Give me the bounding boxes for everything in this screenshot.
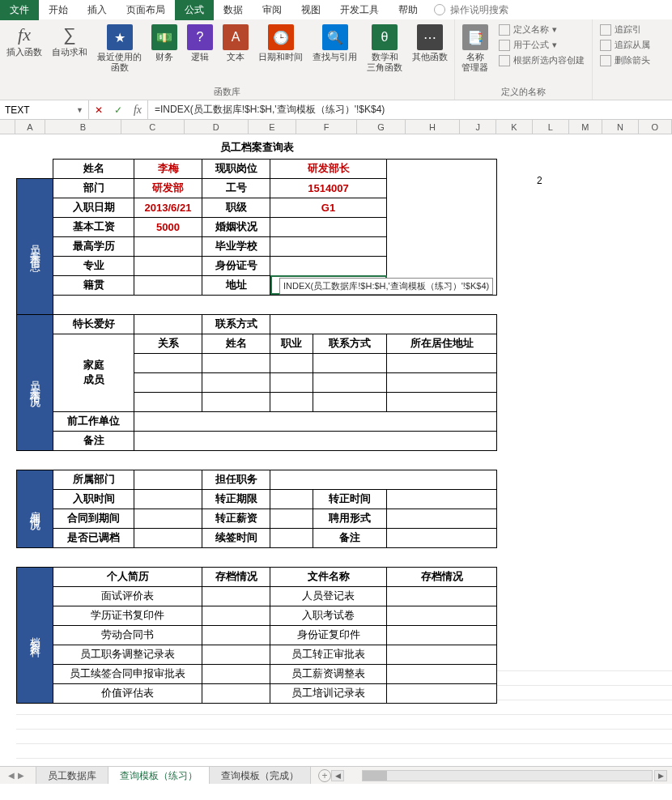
value-native[interactable] bbox=[134, 275, 202, 295]
formula-tooltip: INDEX(员工数据库!$H:$H,'查询模板（练习）'!$K$4) bbox=[279, 278, 493, 295]
theta-icon: θ bbox=[372, 24, 398, 50]
value-major[interactable] bbox=[134, 256, 202, 275]
section-basic-situation: 员工基本情况 bbox=[17, 314, 53, 450]
ribbon-tabs: 文件 开始 插入 页面布局 公式 数据 审阅 视图 开发工具 帮助 操作说明搜索 bbox=[0, 0, 672, 19]
file-contract: 劳动合同书 bbox=[53, 625, 202, 645]
sheet-tab-done[interactable]: 查询模板（完成） bbox=[209, 766, 311, 785]
spreadsheet-grid[interactable]: ABCDEFGHJKLMNO ◀ ▶ 0 2 INDEX(员工数据库!$H:$H… bbox=[0, 120, 672, 784]
tab-review[interactable]: 审阅 bbox=[253, 0, 291, 20]
value-id[interactable]: 1514007 bbox=[270, 178, 387, 198]
define-name-button[interactable]: 定义名称 ▾ bbox=[496, 23, 587, 36]
tab-dev[interactable]: 开发工具 bbox=[330, 0, 389, 20]
chevron-down-icon[interactable]: ▼ bbox=[76, 106, 83, 114]
tell-me[interactable]: 操作说明搜索 bbox=[434, 3, 508, 17]
value-rank[interactable]: G1 bbox=[270, 198, 387, 217]
col-header-C[interactable]: C bbox=[121, 120, 185, 134]
col-header-A[interactable]: A bbox=[15, 120, 45, 134]
column-headers: ABCDEFGHJKLMNO bbox=[0, 120, 672, 134]
trace-dep-button[interactable]: 追踪从属 bbox=[598, 38, 653, 52]
label-hire: 入职日期 bbox=[53, 198, 134, 217]
value-post[interactable]: 研发部长 bbox=[270, 159, 387, 178]
trace-prec-button[interactable]: 追踪引 bbox=[598, 23, 653, 36]
fx-icon: fx bbox=[18, 24, 31, 45]
insert-function-button[interactable]: fx插入函数 bbox=[5, 23, 44, 59]
value-contact[interactable] bbox=[270, 314, 497, 334]
name-box[interactable]: TEXT▼ bbox=[0, 100, 89, 119]
tab-data[interactable]: 数据 bbox=[214, 0, 253, 20]
other-fn-button[interactable]: ⋯其他函数 bbox=[410, 23, 449, 64]
select-all-corner[interactable] bbox=[0, 120, 15, 134]
fx-icon[interactable]: fx bbox=[128, 104, 147, 117]
value-prev[interactable] bbox=[134, 411, 497, 431]
label-post: 现职岗位 bbox=[202, 159, 270, 178]
value-hobby[interactable] bbox=[134, 314, 202, 334]
label-idcard: 身份证号 bbox=[202, 256, 270, 275]
formula-input[interactable] bbox=[148, 100, 672, 119]
col-header-O[interactable]: O bbox=[639, 120, 672, 134]
datetime-button[interactable]: 🕒日期和时间 bbox=[257, 23, 304, 64]
value-salary[interactable]: 5000 bbox=[134, 217, 202, 236]
value-hire[interactable]: 2013/6/21 bbox=[134, 198, 202, 217]
recent-button[interactable]: ★最近使用的 函数 bbox=[96, 23, 143, 74]
label-duty: 担任职务 bbox=[202, 470, 270, 489]
value-edu[interactable] bbox=[134, 236, 202, 256]
col-header-G[interactable]: G bbox=[357, 120, 406, 134]
tab-view[interactable]: 视图 bbox=[291, 0, 330, 20]
value-marital[interactable] bbox=[270, 217, 387, 236]
value-remark[interactable] bbox=[134, 431, 497, 450]
value-school[interactable] bbox=[270, 236, 387, 256]
use-formula-button[interactable]: 用于公式 ▾ bbox=[496, 38, 587, 52]
lookup-button[interactable]: 🔍查找与引用 bbox=[311, 23, 359, 64]
sheet-nav-first[interactable]: ◀ bbox=[8, 771, 15, 780]
col-header-J[interactable]: J bbox=[460, 120, 496, 134]
col-header-M[interactable]: M bbox=[569, 120, 602, 134]
col-header-B[interactable]: B bbox=[45, 120, 121, 134]
value-dept[interactable]: 研发部 bbox=[134, 178, 202, 198]
col-header-D[interactable]: D bbox=[185, 120, 248, 134]
sheet-tab-practice[interactable]: 查询模板（练习） bbox=[108, 766, 210, 784]
form-title: 员工档案查询表 bbox=[17, 136, 497, 159]
tab-file[interactable]: 文件 bbox=[0, 0, 39, 20]
section-basic-info: 员工基本信息 bbox=[17, 178, 53, 314]
col-header-F[interactable]: F bbox=[296, 120, 357, 134]
create-from-sel-button[interactable]: 根据所选内容创建 bbox=[496, 53, 587, 67]
hscroll-thumb[interactable] bbox=[363, 771, 387, 781]
tab-layout[interactable]: 页面布局 bbox=[117, 0, 175, 20]
add-sheet-button[interactable]: + bbox=[318, 769, 331, 782]
col-header-L[interactable]: L bbox=[533, 120, 569, 134]
finance-button[interactable]: 💵财务 bbox=[150, 23, 179, 64]
tab-home[interactable]: 开始 bbox=[39, 0, 78, 20]
hscroll-track[interactable] bbox=[362, 770, 653, 781]
tab-help[interactable]: 帮助 bbox=[389, 0, 427, 20]
remove-arrows-button[interactable]: 删除箭头 bbox=[598, 53, 653, 67]
sheet-tab-data[interactable]: 员工数据库 bbox=[36, 766, 108, 785]
col-header-N[interactable]: N bbox=[602, 120, 639, 134]
value-idcard[interactable] bbox=[270, 256, 387, 275]
autosum-button[interactable]: ∑自动求和 bbox=[50, 23, 89, 59]
cancel-formula-button[interactable]: ✕ bbox=[89, 104, 108, 116]
label-faddr: 所在居住地址 bbox=[387, 334, 497, 353]
math-button[interactable]: θ数学和 三角函数 bbox=[365, 23, 404, 74]
label-archive1: 存档情况 bbox=[202, 567, 270, 586]
logic-button[interactable]: ?逻辑 bbox=[185, 23, 215, 64]
hscroll-right[interactable]: ▶ bbox=[654, 770, 667, 781]
name-manager-button[interactable]: 📑名称 管理器 bbox=[460, 23, 490, 74]
sheet-nav-last[interactable]: ▶ bbox=[18, 771, 24, 780]
file-renew-approve: 员工续签合同申报审批表 bbox=[53, 664, 202, 683]
col-header-K[interactable]: K bbox=[496, 120, 533, 134]
value-name[interactable]: 李梅 bbox=[134, 159, 202, 178]
accept-formula-button[interactable]: ✓ bbox=[108, 104, 128, 116]
tag-icon bbox=[499, 24, 510, 36]
hscroll-left[interactable]: ◀ bbox=[331, 770, 344, 781]
tab-insert[interactable]: 插入 bbox=[78, 0, 117, 20]
cell-k4[interactable]: 2 bbox=[537, 175, 542, 186]
file-value-eval: 价值评估表 bbox=[53, 683, 202, 703]
text-icon: A bbox=[223, 24, 249, 50]
col-header-E[interactable]: E bbox=[249, 120, 297, 134]
text-button[interactable]: A文本 bbox=[221, 23, 250, 64]
col-header-H[interactable]: H bbox=[406, 120, 460, 134]
tab-formula[interactable]: 公式 bbox=[175, 0, 214, 20]
label-family: 家庭 成员 bbox=[53, 334, 134, 411]
trace-tools: 追踪引 追踪从属 删除箭头 bbox=[598, 23, 653, 67]
finance-icon: 💵 bbox=[151, 24, 177, 50]
